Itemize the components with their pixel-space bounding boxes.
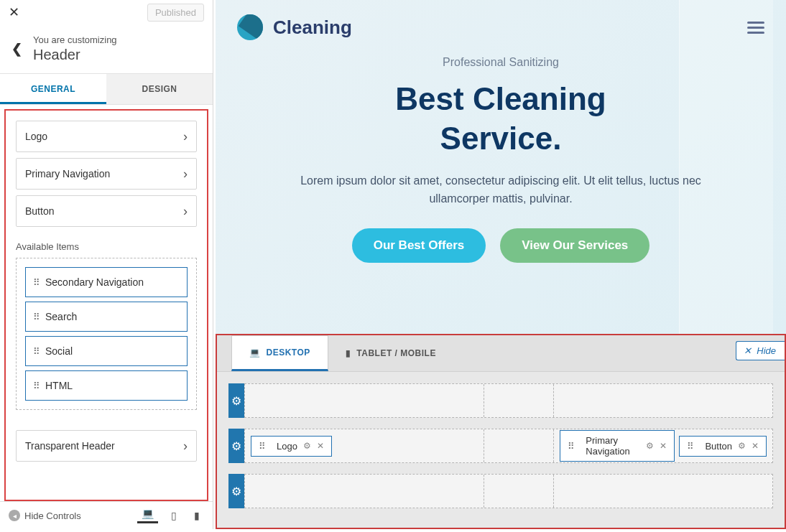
chip-label: Logo	[277, 441, 297, 452]
brand-name: Cleaning	[273, 17, 352, 39]
builder-tab-desktop[interactable]: 💻 DESKTOP	[231, 335, 328, 371]
tab-general[interactable]: GENERAL	[0, 74, 106, 104]
cta-offers-button[interactable]: Our Best Offers	[352, 228, 486, 263]
chip-primary-navigation[interactable]: ⠿ Primary Navigation ✕	[560, 430, 675, 462]
available-html[interactable]: ⠿ HTML	[25, 370, 188, 401]
customizer-sidebar: ✕ Published ❮ You are customizing Header…	[0, 0, 213, 529]
hero-title: Best Cleaning Service.	[244, 79, 757, 158]
drag-handle-icon: ⠿	[33, 312, 40, 322]
row-settings-button[interactable]	[228, 429, 244, 463]
available-social[interactable]: ⠿ Social	[25, 336, 188, 366]
builder-row-top	[228, 383, 773, 418]
sidebar-tabs: GENERAL DESIGN	[0, 74, 213, 105]
site-brand: Cleaning	[237, 14, 352, 40]
gear-icon[interactable]	[738, 441, 746, 451]
available-secondary-navigation[interactable]: ⠿ Secondary Navigation	[25, 267, 188, 297]
hero-text: Lorem ipsum dolor sit amet, consectetur …	[285, 172, 716, 208]
hide-builder-button[interactable]: ✕ Hide	[736, 341, 785, 360]
row-cell-right[interactable]: ⠿ Primary Navigation ✕ ⠿ Button ✕	[554, 429, 772, 462]
close-icon[interactable]: ✕	[660, 441, 667, 451]
row-cell-center[interactable]	[484, 384, 555, 417]
available-item-label: Search	[45, 311, 77, 322]
row-settings-button[interactable]	[228, 474, 244, 508]
chip-button[interactable]: ⠿ Button ✕	[679, 436, 767, 457]
drag-handle-icon: ⠿	[568, 441, 574, 452]
chevron-left-icon: ◂	[9, 510, 20, 521]
available-items-box: ⠿ Secondary Navigation ⠿ Search ⠿ Social…	[16, 258, 197, 410]
cta-services-button[interactable]: View Our Services	[500, 228, 649, 263]
row-cell-center[interactable]	[484, 429, 555, 462]
available-search[interactable]: ⠿ Search	[25, 302, 188, 332]
menu-toggle-button[interactable]	[747, 22, 764, 34]
breadcrumb: ❮ You are customizing Header	[0, 30, 213, 74]
desktop-icon: 💻	[249, 347, 261, 358]
item-logo[interactable]: Logo ›	[16, 121, 197, 152]
builder-tab-label: TABLET / MOBILE	[356, 348, 436, 358]
chevron-right-icon: ›	[183, 204, 188, 219]
row-cell-left[interactable]	[245, 475, 484, 508]
tab-design[interactable]: DESIGN	[106, 74, 213, 104]
item-label: Logo	[25, 131, 47, 142]
available-item-label: HTML	[45, 380, 73, 391]
chip-logo[interactable]: ⠿ Logo ✕	[251, 436, 332, 457]
builder-row-main: ⠿ Logo ✕ ⠿ Primary Navigation ✕	[228, 429, 773, 463]
item-primary-navigation[interactable]: Primary Navigation ›	[16, 158, 197, 190]
builder-tab-label: DESKTOP	[267, 347, 310, 358]
publish-status-button[interactable]: Published	[147, 4, 204, 22]
close-icon[interactable]: ✕	[9, 4, 19, 20]
row-cell-right[interactable]	[554, 384, 772, 417]
available-item-label: Social	[45, 345, 73, 357]
chevron-right-icon: ›	[183, 167, 188, 182]
row-cell-center[interactable]	[484, 475, 555, 508]
item-label: Primary Navigation	[25, 168, 110, 179]
hero-subtitle: Professional Sanitizing	[244, 56, 757, 69]
drag-handle-icon: ⠿	[33, 277, 40, 288]
tablet-icon[interactable]: ▯	[167, 510, 181, 521]
item-button[interactable]: Button ›	[16, 195, 197, 227]
item-label: Button	[25, 205, 54, 217]
close-icon[interactable]: ✕	[317, 441, 324, 451]
chip-label: Button	[705, 441, 732, 452]
available-items-label: Available Items	[16, 241, 197, 252]
hide-controls-button[interactable]: ◂ Hide Controls	[9, 510, 129, 521]
logo-icon	[237, 14, 263, 40]
hide-label: Hide	[757, 345, 776, 356]
desktop-icon[interactable]: 💻	[137, 508, 158, 523]
general-panel: Logo › Primary Navigation › Button › Ava…	[4, 109, 208, 501]
chevron-right-icon: ›	[183, 439, 188, 454]
mobile-icon[interactable]: ▮	[190, 510, 204, 521]
available-item-label: Secondary Navigation	[45, 276, 144, 288]
drag-handle-icon: ⠿	[33, 381, 40, 391]
row-cell-right[interactable]	[554, 475, 772, 508]
gear-icon[interactable]	[303, 441, 311, 451]
item-transparent-header[interactable]: Transparent Header ›	[16, 430, 197, 462]
drag-handle-icon: ⠿	[259, 441, 265, 452]
row-cell-left[interactable]: ⠿ Logo ✕	[245, 429, 484, 462]
page-title: Header	[33, 47, 213, 63]
item-label: Transparent Header	[25, 440, 115, 452]
breadcrumb-label: You are customizing	[33, 34, 213, 45]
chip-label: Primary Navigation	[586, 435, 640, 457]
close-icon: ✕	[744, 345, 752, 356]
gear-icon[interactable]	[646, 441, 654, 451]
chevron-right-icon: ›	[183, 129, 188, 144]
hide-controls-label: Hide Controls	[24, 510, 81, 521]
header-builder: 💻 DESKTOP ▮ TABLET / MOBILE ✕ Hide	[216, 334, 786, 529]
drag-handle-icon: ⠿	[33, 346, 40, 357]
mobile-icon: ▮	[346, 348, 351, 358]
drag-handle-icon: ⠿	[687, 441, 693, 452]
close-icon[interactable]: ✕	[752, 441, 759, 451]
site-preview: Cleaning Professional Sanitizing Best Cl…	[216, 0, 786, 334]
builder-tab-tablet-mobile[interactable]: ▮ TABLET / MOBILE	[328, 335, 453, 371]
sidebar-footer: ◂ Hide Controls 💻 ▯ ▮	[0, 501, 213, 529]
row-cell-left[interactable]	[245, 384, 484, 417]
builder-row-bottom	[228, 474, 773, 508]
row-settings-button[interactable]	[228, 383, 244, 418]
back-button[interactable]: ❮	[0, 41, 33, 57]
